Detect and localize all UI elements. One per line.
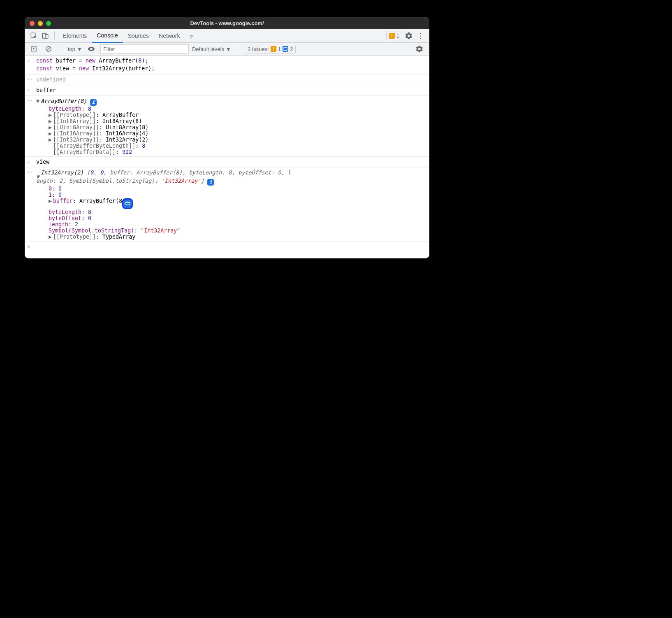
output-icon: ‹·	[27, 98, 33, 103]
output-icon: ‹·	[27, 76, 33, 82]
tab-elements[interactable]: Elements	[58, 29, 92, 43]
console-settings-icon[interactable]	[415, 45, 424, 53]
prompt-icon: ›	[27, 87, 30, 93]
kebab-icon[interactable]: ⋮	[417, 31, 424, 40]
separator	[238, 45, 238, 53]
info-chip-icon[interactable]: i	[90, 99, 97, 106]
console-prompt[interactable]: ›	[25, 241, 429, 256]
settings-icon[interactable]	[405, 32, 413, 40]
disclosure-triangle-icon[interactable]: ▶	[49, 130, 53, 137]
console-input-row[interactable]: › buffer	[25, 85, 429, 96]
separator	[61, 45, 61, 53]
object-header[interactable]: ArrayBuffer(8)	[41, 98, 87, 104]
context-dropdown[interactable]: top ▼	[68, 46, 82, 52]
eye-icon[interactable]	[86, 43, 97, 55]
console-body: › const buffer = new ArrayBuffer(8); con…	[25, 56, 429, 258]
object-header[interactable]: Int32Array(2)	[41, 170, 87, 176]
prompt-icon: ›	[27, 243, 30, 249]
chevron-down-icon: ▼	[77, 46, 82, 52]
devtools-window: DevTools - www.google.com/ Elements Cons…	[25, 17, 429, 258]
inspect-icon[interactable]	[28, 30, 39, 42]
prompt-icon: ›	[27, 57, 30, 63]
clear-icon[interactable]	[43, 43, 54, 55]
warning-icon: !	[389, 33, 395, 39]
prompt-icon: ›	[27, 158, 30, 165]
disclosure-triangle-icon[interactable]: ▶	[49, 137, 53, 143]
svg-rect-2	[45, 35, 48, 38]
warn-count: 1	[396, 33, 399, 39]
chevron-down-icon: ▼	[226, 46, 231, 52]
issues-badge-top[interactable]: ! 1	[386, 32, 402, 40]
svg-rect-6	[125, 202, 130, 205]
main-toolbar: Elements Console Sources Network » ! 1 ⋮	[25, 29, 429, 43]
tab-more[interactable]: »	[185, 29, 198, 43]
disclosure-triangle-icon[interactable]: ▼	[36, 97, 41, 105]
info-icon: ❏	[283, 46, 288, 52]
separator	[54, 32, 55, 40]
svg-line-5	[47, 47, 50, 51]
disclosure-triangle-icon[interactable]: ▶	[49, 234, 53, 240]
disclosure-triangle-icon[interactable]: ▶	[49, 118, 53, 124]
titlebar: DevTools - www.google.com/	[25, 17, 429, 29]
console-input-row[interactable]: › const buffer = new ArrayBuffer(8); con…	[25, 56, 429, 74]
tab-network[interactable]: Network	[154, 29, 185, 43]
tab-sources[interactable]: Sources	[123, 29, 154, 43]
disclosure-triangle-icon[interactable]: ▶	[49, 198, 53, 204]
filter-input[interactable]	[100, 44, 189, 53]
console-input-row[interactable]: › view	[25, 157, 429, 167]
console-output-row[interactable]: ‹· ▼ArrayBuffer(8) i byteLength: 8 ▶[[Pr…	[25, 96, 429, 157]
disclosure-triangle-icon[interactable]: ▼	[36, 173, 41, 181]
window-title: DevTools - www.google.com/	[25, 20, 429, 26]
memory-inspector-icon[interactable]	[122, 198, 133, 209]
console-output-row: ‹· undefined	[25, 74, 429, 85]
console-toolbar: top ▼ Default levels ▼ 3 Issues: ! 1 ❏ 2	[25, 43, 429, 56]
issues-summary[interactable]: 3 Issues: ! 1 ❏ 2	[245, 45, 296, 53]
disclosure-triangle-icon[interactable]: ▶	[49, 112, 53, 118]
output-icon: ‹·	[27, 169, 33, 175]
device-icon[interactable]	[39, 30, 51, 42]
sidebar-toggle-icon[interactable]	[28, 43, 39, 55]
warning-icon: !	[271, 46, 276, 52]
levels-dropdown[interactable]: Default levels ▼	[192, 46, 231, 52]
disclosure-triangle-icon[interactable]: ▶	[49, 124, 53, 130]
info-chip-icon[interactable]: i	[207, 179, 214, 186]
tab-console[interactable]: Console	[92, 29, 123, 43]
console-output-row[interactable]: ‹· ▼Int32Array(2) [0, 0, buffer: ArrayBu…	[25, 167, 429, 241]
